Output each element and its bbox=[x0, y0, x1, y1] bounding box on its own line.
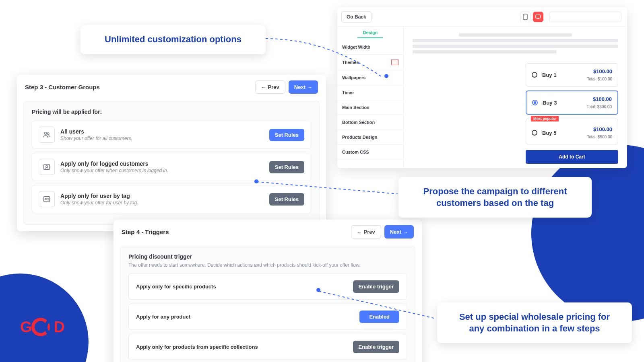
trigger-row: Apply for any product Enabled bbox=[128, 304, 407, 330]
offer-total: Total: $500.00 bbox=[587, 135, 612, 139]
sidebar-item-label: Main Section bbox=[342, 105, 369, 110]
sidebar-item-main-section[interactable]: Main Section bbox=[337, 100, 403, 115]
card-title: Step 4 - Triggers bbox=[122, 228, 169, 235]
sidebar-item-custom-css[interactable]: Custom CSS bbox=[337, 145, 403, 160]
trigger-title: Apply for any product bbox=[136, 314, 190, 320]
set-rules-button[interactable]: Set Rules bbox=[269, 129, 304, 141]
rule-title: Apply only for logged customers bbox=[60, 160, 264, 167]
skeleton-line bbox=[413, 50, 557, 53]
trigger-row: Apply only for specific products Enable … bbox=[128, 274, 407, 300]
offer-option[interactable]: Most popular Buy 5 $100.00Total: $500.00 bbox=[526, 119, 618, 144]
arrow-left-icon: ← bbox=[357, 229, 362, 235]
svg-rect-0 bbox=[523, 14, 527, 20]
button-label: Prev bbox=[268, 84, 279, 90]
button-label: Next bbox=[390, 229, 401, 235]
enable-trigger-button[interactable]: Enable trigger bbox=[353, 341, 399, 353]
radio-icon bbox=[532, 100, 538, 105]
enabled-button[interactable]: Enabled bbox=[359, 311, 399, 323]
sidebar-item-label: Wallpapers bbox=[342, 75, 365, 80]
skeleton-line bbox=[413, 39, 618, 42]
design-sidebar: Design Widget Width Themes Wallpapers Ti… bbox=[337, 27, 404, 170]
arrow-left-icon: ← bbox=[261, 84, 266, 90]
rule-title: Apply only for user by tag bbox=[60, 193, 264, 199]
sidebar-item-themes[interactable]: Themes bbox=[337, 55, 403, 70]
sidebar-item-label: Products Design bbox=[342, 135, 377, 140]
svg-point-8 bbox=[45, 198, 46, 200]
rule-row-all-users: All usersShow your offer for all custome… bbox=[32, 121, 311, 149]
brand-logo: G D bbox=[20, 318, 64, 336]
prev-button[interactable]: ←Prev bbox=[351, 225, 381, 239]
offer-option[interactable]: Buy 1 $100.00Total: $100.00 bbox=[526, 63, 618, 86]
next-button[interactable]: Next→ bbox=[384, 225, 414, 239]
svg-rect-1 bbox=[536, 15, 541, 18]
card-title: Step 3 - Customer Groups bbox=[25, 84, 100, 90]
section-desc: The offer needs to start somewhere. Deci… bbox=[128, 262, 407, 268]
sidebar-item-wallpapers[interactable]: Wallpapers bbox=[337, 70, 403, 85]
rule-row-tag: Apply only for user by tagOnly show your… bbox=[32, 185, 311, 213]
sidebar-item-label: Themes bbox=[342, 60, 359, 65]
sidebar-item-products-design[interactable]: Products Design bbox=[337, 130, 403, 145]
offer-label: Buy 3 bbox=[543, 100, 582, 106]
sidebar-item-label: Widget Width bbox=[342, 45, 370, 49]
offer-price: $100.00 bbox=[593, 126, 612, 132]
callout-title: Set up special wholesale pricing for any… bbox=[452, 311, 617, 334]
callout-tag: Propose the campaign to different custom… bbox=[398, 177, 592, 218]
rule-desc: Only show your offer when customers is l… bbox=[60, 168, 264, 173]
set-rules-button[interactable]: Set Rules bbox=[269, 193, 304, 206]
next-button[interactable]: Next→ bbox=[289, 80, 318, 94]
offer-preview: Buy 1 $100.00Total: $100.00 Buy 3 $100.0… bbox=[404, 27, 627, 170]
most-popular-badge: Most popular bbox=[531, 116, 559, 121]
offer-label: Buy 1 bbox=[542, 72, 582, 78]
arrow-right-icon: → bbox=[403, 229, 408, 235]
sidebar-item-label: Timer bbox=[342, 90, 354, 95]
offer-price: $100.00 bbox=[593, 68, 612, 74]
design-tab[interactable]: Design bbox=[357, 27, 383, 38]
offer-price: $100.00 bbox=[593, 96, 612, 102]
rule-row-logged: Apply only for logged customersOnly show… bbox=[32, 153, 311, 181]
rule-desc: Show your offer for all customers. bbox=[60, 136, 264, 141]
svg-point-3 bbox=[45, 132, 47, 135]
callout-wholesale: Set up special wholesale pricing for any… bbox=[437, 302, 632, 343]
sidebar-item-timer[interactable]: Timer bbox=[337, 85, 403, 100]
set-rules-button[interactable]: Set Rules bbox=[269, 161, 304, 173]
rule-title: All users bbox=[60, 128, 264, 135]
sidebar-item-label: Bottom Section bbox=[342, 120, 375, 125]
logo-text: G bbox=[20, 319, 31, 336]
device-toggle bbox=[520, 12, 543, 22]
logo-text: D bbox=[54, 319, 64, 336]
radio-icon bbox=[532, 130, 537, 136]
go-back-button[interactable]: Go Back bbox=[341, 11, 372, 23]
button-label: Next bbox=[294, 84, 305, 90]
offer-total: Total: $300.00 bbox=[586, 105, 612, 109]
prev-button[interactable]: ←Prev bbox=[255, 80, 285, 94]
section-title: Pricing will be applied for: bbox=[32, 109, 311, 115]
mobile-icon bbox=[523, 14, 528, 20]
decorative-blob bbox=[531, 145, 644, 322]
rule-desc: Only show your offer for user by tag. bbox=[60, 200, 264, 206]
svg-point-6 bbox=[46, 166, 48, 168]
sidebar-item-widget-width[interactable]: Widget Width bbox=[337, 40, 403, 55]
device-mobile-button[interactable] bbox=[520, 12, 530, 22]
offer-total: Total: $100.00 bbox=[587, 77, 612, 81]
user-badge-icon bbox=[39, 159, 55, 175]
device-desktop-button[interactable] bbox=[533, 12, 543, 22]
connector-dot-icon bbox=[384, 74, 388, 78]
sidebar-item-bottom-section[interactable]: Bottom Section bbox=[337, 115, 403, 130]
trigger-title: Apply only for specific products bbox=[136, 284, 216, 290]
offer-option[interactable]: Buy 3 $100.00Total: $300.00 bbox=[526, 90, 618, 115]
trigger-title: Apply only for products from specific co… bbox=[136, 344, 258, 350]
svg-point-4 bbox=[47, 133, 49, 135]
tag-icon bbox=[39, 191, 55, 207]
design-editor-panel: Go Back Design Widget Width Themes Wallp bbox=[337, 7, 627, 168]
editor-search-input[interactable] bbox=[549, 12, 621, 22]
desktop-icon bbox=[535, 14, 541, 19]
customer-groups-card: Step 3 - Customer Groups ←Prev Next→ Pri… bbox=[17, 75, 326, 231]
triggers-card: Step 4 - Triggers ←Prev Next→ Pricing di… bbox=[114, 220, 422, 362]
users-icon bbox=[39, 127, 55, 143]
enable-trigger-button[interactable]: Enable trigger bbox=[353, 280, 399, 293]
callout-title: Unlimited customization options bbox=[95, 34, 251, 45]
button-label: Prev bbox=[364, 229, 375, 235]
add-to-cart-button[interactable]: Add to Cart bbox=[526, 150, 618, 164]
skeleton-line bbox=[413, 45, 618, 48]
trigger-row: Apply only for products from specific co… bbox=[128, 334, 407, 360]
